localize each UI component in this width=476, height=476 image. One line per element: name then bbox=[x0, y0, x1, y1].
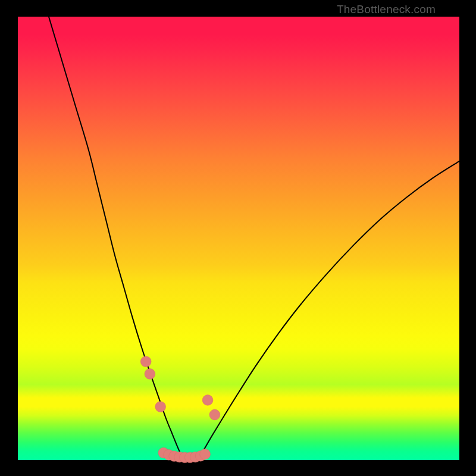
left-curve bbox=[49, 17, 184, 460]
chart-frame: TheBottleneck.com bbox=[0, 0, 476, 476]
threshold-marker bbox=[155, 402, 166, 412]
chart-svg bbox=[0, 0, 476, 476]
threshold-marker bbox=[202, 395, 213, 406]
right-curve bbox=[197, 161, 459, 460]
threshold-marker bbox=[145, 369, 155, 380]
threshold-marker bbox=[209, 409, 220, 420]
threshold-marker bbox=[200, 449, 211, 459]
threshold-marker bbox=[140, 356, 151, 367]
